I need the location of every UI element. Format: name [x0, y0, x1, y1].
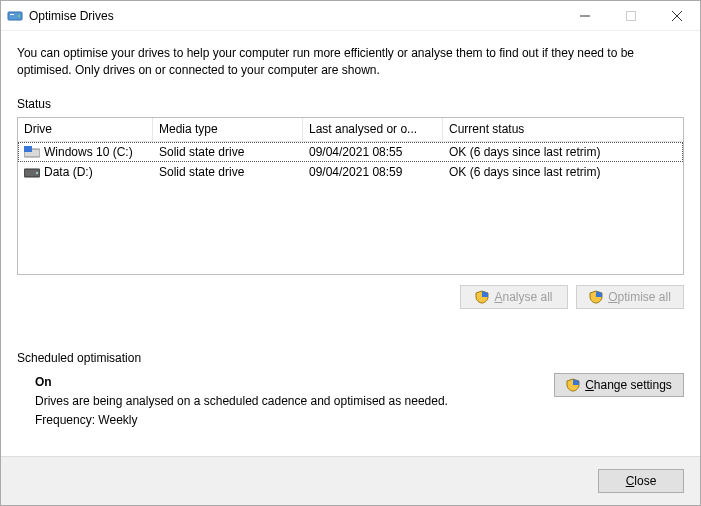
column-header-media[interactable]: Media type — [153, 118, 303, 141]
table-row[interactable]: Data (D:) Solid state drive 09/04/2021 0… — [18, 162, 683, 182]
close-window-button[interactable] — [654, 1, 700, 31]
app-icon — [7, 8, 23, 24]
schedule-state: On — [35, 373, 554, 392]
titlebar: Optimise Drives — [1, 1, 700, 31]
window-title: Optimise Drives — [29, 9, 114, 23]
svg-point-2 — [18, 15, 20, 17]
svg-point-10 — [36, 172, 38, 174]
minimize-button[interactable] — [562, 1, 608, 31]
table-row[interactable]: Windows 10 (C:) Solid state drive 09/04/… — [18, 142, 683, 162]
column-header-status[interactable]: Current status — [443, 118, 683, 141]
maximize-button[interactable] — [608, 1, 654, 31]
table-header: Drive Media type Last analysed or o... C… — [18, 118, 683, 142]
schedule-desc: Drives are being analysed on a scheduled… — [35, 392, 554, 411]
drive-name: Data (D:) — [44, 165, 93, 179]
drive-last: 09/04/2021 08:55 — [303, 145, 443, 159]
optimise-all-button[interactable]: Optimise all — [576, 285, 684, 309]
data-drive-icon — [24, 166, 40, 178]
footer: Close — [1, 456, 700, 505]
svg-rect-4 — [627, 11, 636, 20]
drive-media: Solid state drive — [153, 145, 303, 159]
shield-icon — [566, 378, 580, 392]
os-drive-icon — [24, 146, 40, 158]
description-text: You can optimise your drives to help you… — [17, 45, 677, 79]
drive-last: 09/04/2021 08:59 — [303, 165, 443, 179]
column-header-drive[interactable]: Drive — [18, 118, 153, 141]
drive-name: Windows 10 (C:) — [44, 145, 133, 159]
analyse-all-button[interactable]: Analyse all — [460, 285, 568, 309]
schedule-freq: Frequency: Weekly — [35, 411, 554, 430]
drives-table: Drive Media type Last analysed or o... C… — [17, 117, 684, 275]
shield-icon — [475, 290, 489, 304]
change-settings-button[interactable]: Change settings — [554, 373, 684, 397]
column-header-last[interactable]: Last analysed or o... — [303, 118, 443, 141]
shield-icon — [589, 290, 603, 304]
schedule-label: Scheduled optimisation — [17, 351, 684, 365]
drive-status: OK (6 days since last retrim) — [443, 165, 683, 179]
status-label: Status — [17, 97, 684, 111]
drive-media: Solid state drive — [153, 165, 303, 179]
svg-rect-1 — [10, 14, 14, 15]
svg-rect-8 — [24, 146, 32, 152]
close-button[interactable]: Close — [598, 469, 684, 493]
drive-status: OK (6 days since last retrim) — [443, 145, 683, 159]
